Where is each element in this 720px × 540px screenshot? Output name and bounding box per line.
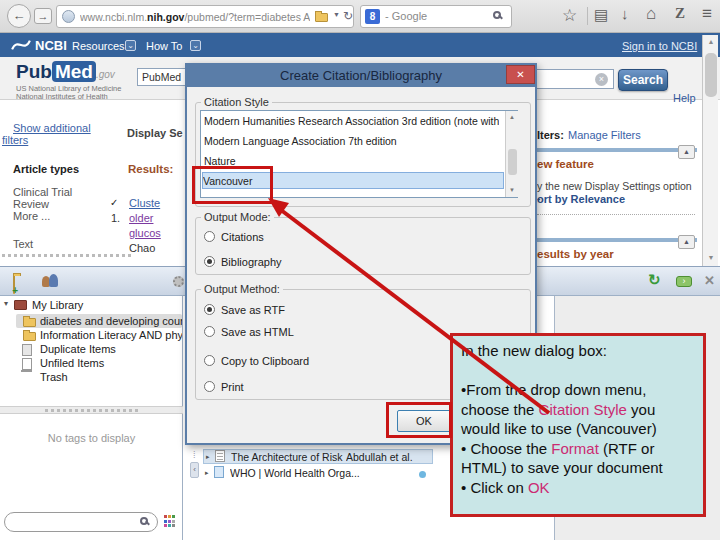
grid-dot	[168, 515, 171, 518]
item-creator: Abdullah et al.	[346, 451, 426, 463]
sign-in-link[interactable]: Sign in to NCBI	[622, 40, 697, 52]
resources-dropdown-icon[interactable]: ⌄	[125, 40, 136, 51]
home-icon[interactable]: ⌂	[646, 4, 656, 24]
url-dropdown-icon[interactable]: ▼	[333, 11, 340, 18]
bookmarks-menu-icon[interactable]: ▤	[594, 6, 608, 24]
search-engine-bar[interactable]: 8 - Google	[360, 5, 512, 28]
url-bar[interactable]: www.ncbi.nlm.nih.gov/pubmed/?term=diabet…	[56, 5, 354, 28]
menu-icon[interactable]: ≡	[702, 4, 712, 24]
collection-diabetes[interactable]: diabetes and developing countries	[40, 315, 182, 327]
collection-my-library[interactable]: My Library	[32, 299, 83, 311]
tag-filter-input[interactable]	[4, 512, 158, 532]
item-disclosure-icon[interactable]: ▸	[206, 453, 210, 461]
site-globe-icon	[62, 10, 75, 23]
citations-radio[interactable]	[204, 231, 215, 242]
item-row-1[interactable]: ▸ The Architecture of Risk fo... Abdulla…	[203, 449, 433, 464]
collapse-pane-button[interactable]: ‹	[190, 462, 199, 478]
resources-menu[interactable]: Resources	[72, 40, 125, 52]
gear-icon[interactable]	[173, 276, 184, 287]
help-link[interactable]: Help	[673, 92, 696, 104]
splitter-grippy-dots: ⁞	[193, 450, 196, 460]
collection-duplicates[interactable]: Duplicate Items	[40, 343, 116, 355]
result-link-fragment[interactable]: Cluste	[129, 197, 160, 209]
logo-pub: Pub	[16, 61, 52, 82]
howto-menu[interactable]: How To	[146, 40, 182, 52]
scrollbar-thumb[interactable]	[705, 53, 717, 97]
citations-radio-label: Citations	[221, 231, 264, 243]
search-icon[interactable]	[493, 11, 501, 19]
manage-filters-link[interactable]: Manage Filters	[568, 129, 641, 141]
grid-dot	[164, 524, 167, 527]
collapse-portlet-2-button[interactable]: ▲	[678, 235, 695, 249]
show-filters-link-line1[interactable]: Show additional	[13, 122, 91, 134]
item-disclosure-icon[interactable]: ▸	[205, 469, 209, 477]
expand-triangle-icon[interactable]: ▾	[4, 299, 8, 308]
collection-trash[interactable]: Trash	[40, 371, 68, 383]
result-title-line2[interactable]: glucos	[129, 227, 161, 239]
print-radio[interactable]	[204, 381, 215, 392]
save-rtf-radio[interactable]	[204, 304, 215, 315]
save-html-radio[interactable]	[204, 326, 215, 337]
bibliography-radio[interactable]	[204, 256, 215, 267]
folder-icon-1	[23, 318, 36, 327]
new-collection-icon[interactable]: +	[13, 275, 15, 294]
clipped-text-smudge	[2, 254, 132, 257]
filter-clinical-trial[interactable]: Clinical Trial	[13, 186, 72, 198]
url-text: www.ncbi.nlm.nih.gov/pubmed/?term=diabet…	[80, 11, 310, 23]
callout-spacer	[461, 361, 695, 381]
downloads-icon[interactable]: ↓	[621, 5, 629, 22]
style-option-mla[interactable]: Modern Language Association 7th edition	[204, 133, 499, 150]
ncbi-logo-icon	[10, 37, 32, 53]
bookmark-folder-icon[interactable]	[315, 13, 328, 22]
pane-splitter[interactable]	[0, 406, 183, 414]
filter-review[interactable]: Review	[13, 198, 49, 210]
ncbi-logo-text[interactable]: NCBI	[35, 38, 67, 53]
clear-search-icon[interactable]: ×	[595, 73, 608, 86]
item-title: WHO | World Health Orga...	[230, 467, 380, 479]
result-title-line1[interactable]: older	[129, 212, 153, 224]
tag-colors-grid-icon[interactable]	[164, 515, 177, 528]
item-row-2[interactable]: ▸ WHO | World Health Orga...	[203, 466, 433, 481]
logo-gov: .gov	[96, 69, 115, 80]
dialog-title[interactable]: Create Citation/Bibliography	[187, 65, 535, 87]
export-icon[interactable]: ›	[676, 276, 692, 287]
list-scroll-thumb[interactable]	[508, 149, 517, 175]
sort-relevance-link[interactable]: ort by Relevance	[537, 193, 625, 205]
result-checkbox[interactable]: ✓	[110, 197, 118, 208]
search-engine-icon[interactable]: 8	[365, 9, 380, 24]
scroll-up-button[interactable]: ▲	[703, 35, 719, 49]
list-scrollbar[interactable]: ▲ ▼	[505, 111, 518, 197]
copy-clipboard-radio[interactable]	[204, 355, 215, 366]
pubmed-search-button[interactable]: Search	[618, 69, 668, 91]
toolbar-close-icon[interactable]: ✕	[704, 273, 715, 288]
show-filters-link-line2[interactable]: filters	[2, 134, 28, 146]
style-option-mhra[interactable]: Modern Humanities Research Association 3…	[204, 113, 499, 130]
bookmark-star-icon[interactable]: ☆	[562, 5, 577, 26]
howto-dropdown-icon[interactable]: ⌄	[190, 40, 201, 51]
ok-highlight-rect	[386, 402, 452, 438]
save-rtf-label: Save as RTF	[221, 304, 285, 316]
scroll-down-button[interactable]: ▼	[703, 251, 719, 265]
callout-line-1: In the new dialog box:	[461, 341, 695, 361]
list-scroll-up[interactable]: ▲	[506, 111, 518, 123]
article-types-label: Article types	[13, 163, 79, 175]
collection-unfiled[interactable]: Unfiled Items	[40, 357, 104, 369]
reload-icon[interactable]: ↻	[343, 9, 353, 23]
display-settings-fragment[interactable]: Display Se	[127, 127, 183, 139]
search-engine-label: - Google	[385, 10, 427, 22]
dialog-close-button[interactable]: ✕	[506, 65, 535, 84]
list-scroll-down[interactable]: ▼	[506, 184, 518, 196]
zotero-icon[interactable]: Z	[675, 5, 685, 22]
forward-button[interactable]: →	[34, 8, 52, 24]
webpage-icon	[214, 466, 224, 478]
collection-info-literacy[interactable]: Information Literacy AND physician	[40, 329, 182, 341]
library-icon	[14, 300, 27, 310]
result-authors: Chao	[129, 242, 155, 254]
page-scrollbar[interactable]: ▲ ▼	[702, 35, 718, 266]
sync-icon[interactable]: ↻	[648, 271, 661, 289]
filter-more[interactable]: More ...	[13, 210, 50, 222]
collapse-portlet-1-button[interactable]: ▲	[678, 145, 695, 159]
url-path: /pubmed/?term=diabetes AND developing c	[184, 11, 310, 23]
back-button[interactable]: ←	[7, 4, 31, 28]
person-shape-2	[49, 274, 58, 287]
